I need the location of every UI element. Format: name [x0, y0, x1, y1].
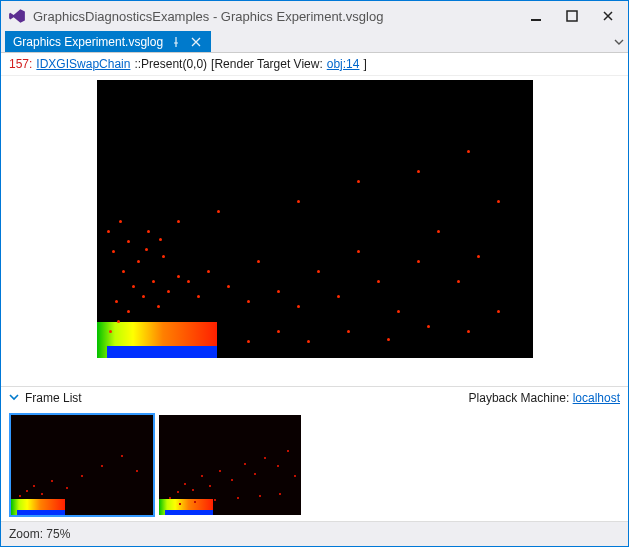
frame-thumbnail[interactable] [11, 415, 153, 515]
close-icon[interactable] [189, 35, 203, 49]
svg-rect-1 [567, 11, 577, 21]
thumb-heat-block [159, 499, 213, 515]
render-canvas[interactable] [97, 80, 533, 358]
window-controls [522, 5, 622, 27]
render-target-view [1, 76, 628, 386]
tabs-overflow-dropdown[interactable] [610, 31, 628, 52]
swapchain-link[interactable]: IDXGISwapChain [36, 57, 130, 71]
event-method: ::Present(0,0) [134, 57, 207, 71]
svg-rect-0 [531, 19, 541, 21]
chevron-down-icon[interactable] [9, 391, 19, 405]
maximize-button[interactable] [558, 5, 586, 27]
frame-list-label: Frame List [25, 391, 82, 405]
rtv-suffix: ] [363, 57, 366, 71]
event-id: 157: [9, 57, 32, 71]
app-logo [7, 6, 27, 26]
titlebar: GraphicsDiagnosticsExamples - Graphics E… [1, 1, 628, 31]
status-bar: Zoom: 75% [1, 521, 628, 546]
zoom-value: 75% [46, 527, 70, 541]
render-target-link[interactable]: obj:14 [327, 57, 360, 71]
document-tabs: Graphics Experiment.vsglog [1, 31, 628, 53]
event-info: 157: IDXGISwapChain::Present(0,0) [Rende… [1, 53, 628, 76]
playback-machine-label: Playback Machine: [469, 391, 570, 405]
close-button[interactable] [594, 5, 622, 27]
frame-list [1, 409, 628, 521]
window-title: GraphicsDiagnosticsExamples - Graphics E… [33, 9, 522, 24]
pin-icon[interactable] [169, 35, 183, 49]
rtv-prefix: [Render Target View: [211, 57, 323, 71]
tab-label: Graphics Experiment.vsglog [13, 35, 163, 49]
minimize-button[interactable] [522, 5, 550, 27]
thumb-heat-block [11, 499, 65, 515]
frame-thumbnail[interactable] [159, 415, 301, 515]
tab-graphics-experiment[interactable]: Graphics Experiment.vsglog [5, 31, 211, 52]
playback-machine-link[interactable]: localhost [573, 391, 620, 405]
zoom-label: Zoom: [9, 527, 43, 541]
particle-heat-block [97, 322, 217, 358]
frame-list-header: Frame List Playback Machine: localhost [1, 386, 628, 409]
